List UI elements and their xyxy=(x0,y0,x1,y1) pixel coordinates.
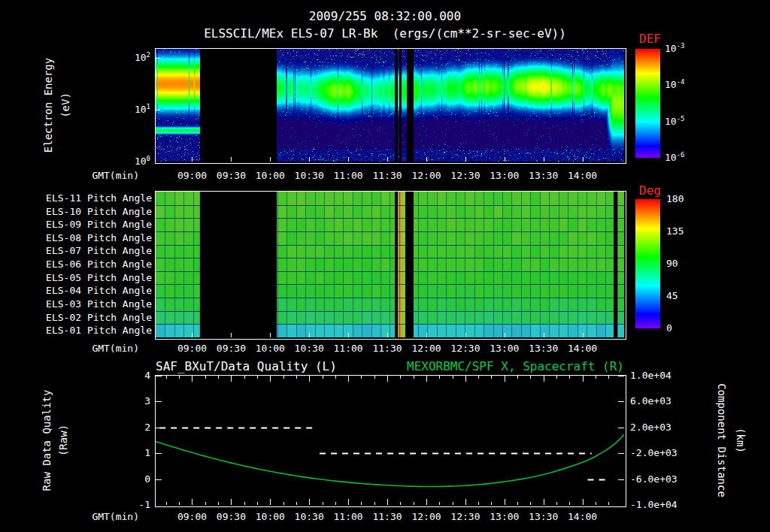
x-tick-label-middle: 12:30 xyxy=(450,343,480,354)
x-tick-label-top: 14:00 xyxy=(568,170,597,181)
quality-tick-label: 2 xyxy=(117,422,150,433)
distance-tick-label: 2.0e+03 xyxy=(630,422,671,433)
x-tick-label-bottom: 13:00 xyxy=(490,511,519,522)
quality-tick-label: 1 xyxy=(117,447,150,458)
pitch-row-label: ELS-10 Pitch Angle xyxy=(44,206,152,217)
energy-tick-label: 100 xyxy=(119,155,150,167)
x-tick-label-top: 10:30 xyxy=(295,170,324,181)
x-tick-label-middle: 13:30 xyxy=(529,343,558,354)
def-colorbar xyxy=(635,49,660,158)
distance-tick-label: -1.0e+04 xyxy=(630,499,678,510)
exponent: -3 xyxy=(677,42,685,50)
x-tick-label-top: 12:00 xyxy=(411,170,441,181)
x-tick-label-bottom: 09:30 xyxy=(217,511,246,522)
spectrogram-frame xyxy=(155,48,626,164)
quality-tick-label: 0 xyxy=(117,473,150,485)
distance-tick-label: -6.0e+03 xyxy=(630,473,678,485)
x-tick-label-middle: 10:00 xyxy=(256,343,285,354)
exponent: 1 xyxy=(147,103,150,110)
exponent: -6 xyxy=(677,151,685,159)
pitch-row-label: ELS-02 Pitch Angle xyxy=(44,312,152,323)
pitch-row-label: ELS-08 Pitch Angle xyxy=(44,232,152,243)
def-colorbar-title: DEF xyxy=(639,32,661,46)
exponent: 0 xyxy=(147,155,150,162)
deg-scale-label: 45 xyxy=(666,290,678,301)
x-tick-label-bottom: 10:00 xyxy=(256,511,285,522)
pitch-row-label: ELS-09 Pitch Angle xyxy=(44,219,152,230)
x-tick-label-middle: 10:30 xyxy=(295,343,324,354)
x-tick-label-middle: 09:30 xyxy=(217,343,246,354)
x-tick-label-bottom: 11:00 xyxy=(334,511,363,522)
distance-tick-label: -2.0e+03 xyxy=(630,447,678,458)
x-tick-label-top: 12:30 xyxy=(450,170,480,181)
energy-axis-units: (eV) xyxy=(59,92,71,118)
x-tick-label-top: 09:30 xyxy=(217,170,246,181)
x-tick-label-middle: 13:00 xyxy=(490,343,519,354)
pitch-row-label: ELS-06 Pitch Angle xyxy=(44,258,152,270)
pitch-row-label: ELS-05 Pitch Angle xyxy=(44,272,152,283)
gmt-label-middle: GMT(min) xyxy=(75,343,139,354)
x-tick-label-top: 13:00 xyxy=(490,170,519,181)
deg-colorbar xyxy=(635,199,660,328)
x-tick-label-top: 09:00 xyxy=(177,170,207,181)
def-scale-label: 10-4 xyxy=(665,78,685,90)
distance-tick-label: 1.0e+04 xyxy=(630,370,671,381)
timestamp-title: 2009/255 08:32:00.000 xyxy=(0,9,770,23)
deg-scale-label: 180 xyxy=(666,193,684,204)
quality-axis-label: Raw Data Quality xyxy=(41,390,53,491)
quality-distance-plot xyxy=(156,376,624,505)
x-tick-label-top: 11:00 xyxy=(334,170,363,181)
exponent: -5 xyxy=(677,115,685,122)
pitch-angle-frame xyxy=(155,191,626,340)
x-tick-label-bottom: 10:30 xyxy=(295,511,324,522)
x-tick-label-top: 10:00 xyxy=(256,170,285,181)
mex-els-summary-plot: 2009/255 08:32:00.000 ELSSCIL/MEx ELS-07… xyxy=(0,0,770,532)
distance-tick-label: 6.0e+03 xyxy=(630,395,671,407)
x-tick-label-top: 11:30 xyxy=(372,170,402,181)
quality-tick-label: 4 xyxy=(117,370,150,381)
def-scale-label: 10-5 xyxy=(665,115,685,127)
deg-scale-label: 135 xyxy=(666,225,684,237)
pitch-row-label: ELS-04 Pitch Angle xyxy=(44,285,152,296)
energy-axis-label: Electron Energy xyxy=(42,58,54,153)
x-tick-label-bottom: 13:30 xyxy=(529,511,558,522)
quality-tick-label: 3 xyxy=(117,395,150,407)
exponent: 2 xyxy=(147,51,150,59)
deg-scale-label: 90 xyxy=(666,258,678,269)
x-tick-label-middle: 11:30 xyxy=(372,343,402,354)
quality-series-title: SAF_BXuT/Data Quality (L) xyxy=(156,359,337,373)
deg-scale-label: 0 xyxy=(666,322,672,334)
quality-tick-label: -1 xyxy=(117,499,150,510)
pitch-row-label: ELS-01 Pitch Angle xyxy=(44,325,152,336)
quality-axis-units: (Raw) xyxy=(57,425,69,456)
electron-energy-spectrogram xyxy=(156,49,624,162)
pitch-row-label: ELS-07 Pitch Angle xyxy=(44,245,152,256)
gmt-label-top: GMT(min) xyxy=(75,170,139,181)
x-tick-label-middle: 11:00 xyxy=(334,343,363,354)
def-scale-label: 10-6 xyxy=(665,151,685,163)
x-tick-label-bottom: 14:00 xyxy=(568,511,597,522)
def-scale-label: 10-3 xyxy=(665,42,685,54)
x-tick-label-bottom: 12:00 xyxy=(411,511,441,522)
exponent: -4 xyxy=(677,78,685,86)
deg-colorbar-title: Deg xyxy=(639,183,661,198)
x-tick-label-middle: 12:00 xyxy=(411,343,441,354)
distance-series-title: MEXORBMC/SPF X, Spacecraft (R) xyxy=(376,359,624,373)
distance-axis-units: (km) xyxy=(735,428,747,453)
pitch-angle-panels xyxy=(156,192,624,337)
distance-axis-label: Component Distance xyxy=(716,383,728,497)
x-tick-label-bottom: 12:30 xyxy=(450,511,480,522)
x-tick-label-bottom: 11:30 xyxy=(372,511,402,522)
x-tick-label-bottom: 09:00 xyxy=(177,511,207,522)
quality-distance-frame xyxy=(155,375,626,507)
energy-tick-label: 102 xyxy=(119,51,150,63)
x-tick-label-middle: 14:00 xyxy=(568,343,597,354)
x-tick-label-middle: 09:00 xyxy=(177,343,207,354)
pitch-row-label: ELS-03 Pitch Angle xyxy=(44,298,152,310)
energy-tick-label: 101 xyxy=(119,103,150,115)
gmt-label-bottom: GMT(min) xyxy=(75,511,139,522)
x-tick-label-top: 13:30 xyxy=(529,170,558,181)
pitch-row-label: ELS-11 Pitch Angle xyxy=(44,192,152,204)
